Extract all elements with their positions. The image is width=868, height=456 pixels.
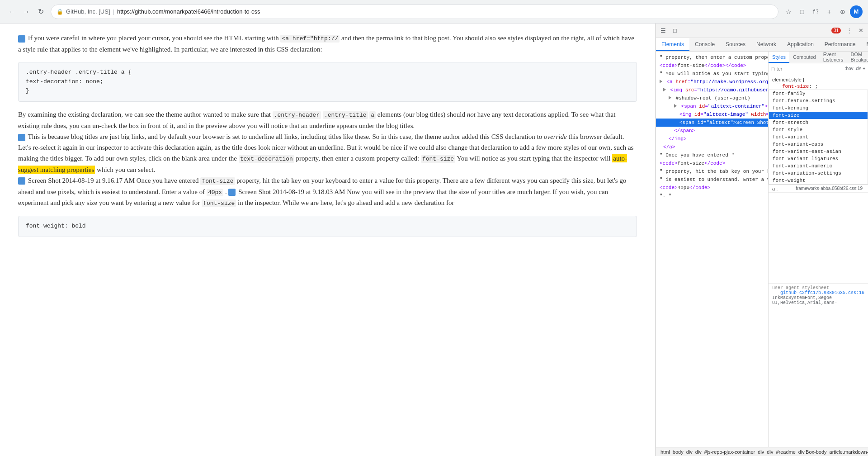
- font-size-property[interactable]: font-size : ;: [769, 83, 868, 90]
- tab-application[interactable]: Application: [782, 38, 819, 51]
- code-block-2: font-weight: bold: [18, 216, 637, 237]
- dom-line[interactable]: </span>: [656, 127, 768, 135]
- code-line-3: }: [26, 86, 629, 96]
- em-override: override: [544, 133, 567, 140]
- breadcrumb-div2[interactable]: div: [694, 449, 703, 455]
- tab-elements[interactable]: Elements: [656, 38, 689, 51]
- property-value[interactable]: [812, 84, 815, 89]
- breadcrumb-div4[interactable]: div: [766, 449, 774, 455]
- reload-button[interactable]: ↻: [34, 5, 47, 18]
- breadcrumb-pjax[interactable]: #js-repo-pjax-container: [703, 449, 756, 455]
- screenshot2-icon: [228, 189, 236, 196]
- tab-sources[interactable]: Sources: [720, 38, 751, 51]
- devtools-toggle-icon[interactable]: ☰: [658, 25, 669, 36]
- dom-line[interactable]: <code>font-size</code>: [656, 159, 768, 167]
- paragraph-3: This is because blog titles are just big…: [18, 131, 637, 175]
- autocomplete-item-font-size[interactable]: font-size: [769, 112, 868, 119]
- tab-console[interactable]: Console: [689, 38, 720, 51]
- autocomplete-item-font-stretch[interactable]: font-stretch: [769, 119, 868, 126]
- tab-memory[interactable]: Memory: [861, 38, 868, 51]
- styles-tab-dom-breakpoints[interactable]: DOM Breakpoints: [847, 52, 868, 63]
- autocomplete-list: font-family font-feature-settings font-k…: [769, 90, 868, 185]
- breadcrumb-body[interactable]: body: [672, 449, 684, 455]
- tab-network[interactable]: Network: [751, 38, 782, 51]
- property-checkbox[interactable]: [776, 84, 780, 88]
- autocomplete-dropdown: font-family font-feature-settings font-k…: [769, 90, 868, 185]
- element-style-header: element.style {: [769, 76, 868, 83]
- dom-line[interactable]: <span id="alttext-container">: [656, 102, 768, 110]
- breadcrumb-html[interactable]: html: [660, 449, 671, 455]
- highlight-autosuggest: auto-suggest matching properties: [18, 154, 627, 174]
- styles-tab-event-listeners[interactable]: Event Listeners: [820, 52, 847, 63]
- dom-line[interactable]: <img src="https://camo.githubusercontent…: [656, 86, 768, 94]
- autocomplete-item-font-variant-caps[interactable]: font-variant-caps: [769, 141, 868, 148]
- autocomplete-item-font-variant-ligatures[interactable]: font-variant-ligatures: [769, 155, 868, 162]
- devtools-panel: ☰ □ 31 ⋮ ✕ Elements Console Sources Netw…: [656, 24, 868, 456]
- dom-line[interactable]: " Once you have entered ": [656, 151, 768, 159]
- dom-line[interactable]: " property, hit the tab key on your keyb…: [656, 167, 768, 176]
- code-font-size-1: font-size: [421, 155, 455, 163]
- dom-line[interactable]: ". ": [656, 192, 768, 200]
- page-content: If you were careful in where you placed …: [0, 24, 656, 456]
- devtools-more-icon[interactable]: ⋮: [844, 25, 854, 36]
- autocomplete-item-font-variant-numeric[interactable]: font-variant-numeric: [769, 162, 868, 170]
- element-style-selector: element.style {: [772, 77, 805, 82]
- source-link[interactable]: frameworks-abba.056bf26.css:19: [796, 186, 864, 191]
- styles-filter-input[interactable]: [771, 66, 843, 71]
- url-text: https://github.com/monarkpatel6466/intro…: [117, 8, 260, 15]
- autocomplete-item-font-weight[interactable]: font-weight: [769, 177, 868, 184]
- code-text-decoration: text-decoration: [239, 155, 294, 163]
- avatar-icon[interactable]: M: [850, 5, 863, 18]
- back-button[interactable]: ←: [5, 5, 18, 18]
- breadcrumb-div3[interactable]: div: [757, 449, 765, 455]
- dom-line[interactable]: <a href="http://make.wordpress.org/train…: [656, 78, 768, 86]
- tab-performance[interactable]: Performance: [819, 38, 861, 51]
- puzzle-icon[interactable]: f?: [809, 5, 822, 18]
- autocomplete-item-font-variant-east-asian[interactable]: font-variant-east-asian: [769, 148, 868, 155]
- devtools-close-icon[interactable]: ✕: [855, 25, 866, 36]
- breadcrumb-box-body[interactable]: div.Box-body: [797, 449, 828, 455]
- bookmark-icon[interactable]: ☆: [782, 5, 795, 18]
- dom-line[interactable]: #shadow-root (user-agent): [656, 94, 768, 102]
- address-bar[interactable]: 🔒 GitHub, Inc. [US] | https://github.com…: [51, 5, 778, 19]
- autocomplete-item-font-style[interactable]: font-style: [769, 126, 868, 133]
- property-semicolon: ;: [815, 84, 818, 89]
- user-agent-selector: a :: [772, 186, 778, 191]
- dom-line[interactable]: <img id="alttext-image" width="16" heigh…: [656, 110, 768, 119]
- dom-line[interactable]: </img>: [656, 135, 768, 143]
- code-40px: 40px: [207, 189, 223, 196]
- styles-tab-computed[interactable]: Computed: [789, 52, 820, 63]
- dom-line[interactable]: " property, then enter a custom property…: [656, 53, 768, 62]
- breadcrumb-article[interactable]: article.markdown-body.entry-content.p-5: [829, 449, 868, 455]
- dom-line[interactable]: <code>font-size</code></code>: [656, 62, 768, 70]
- styles-panel: Styles Computed Event Listeners DOM Brea…: [769, 52, 868, 447]
- autocomplete-item-font-kerning[interactable]: font-kerning: [769, 104, 868, 112]
- dom-panel[interactable]: " property, then enter a custom property…: [656, 52, 769, 447]
- main-area: If you were careful in where you placed …: [0, 24, 868, 456]
- autocomplete-item-font-family[interactable]: font-family: [769, 90, 868, 97]
- autocomplete-item-font-variant[interactable]: font-variant: [769, 133, 868, 141]
- address-separator: |: [113, 8, 114, 15]
- styles-tab-styles[interactable]: Styles: [769, 52, 789, 63]
- dom-line[interactable]: </a>: [656, 143, 768, 151]
- sync-icon[interactable]: ⊕: [836, 5, 849, 18]
- dom-selected-line[interactable]: <span id="alttext">Screen Shot 2014-08-1…: [656, 119, 768, 127]
- autocomplete-item-font-variation-settings[interactable]: font-variation-settings: [769, 170, 868, 177]
- code-entry-header: .entry-header: [273, 111, 321, 119]
- cast-icon[interactable]: □: [796, 5, 808, 18]
- autocomplete-item-font-feature-settings[interactable]: font-feature-settings: [769, 97, 868, 104]
- styles-filter-options[interactable]: :hov .cls +: [845, 66, 865, 71]
- devtools-tabs: Elements Console Sources Network Applica…: [656, 38, 868, 52]
- dom-line[interactable]: " is easiest to understand. Enter a valu…: [656, 176, 768, 184]
- forward-button[interactable]: →: [20, 5, 33, 18]
- site-name: GitHub, Inc. [US]: [66, 8, 110, 15]
- dom-line[interactable]: " You will notice as you start typing th…: [656, 70, 768, 78]
- code-line-2: text-decoration: none;: [26, 77, 629, 87]
- devtools-dock-icon[interactable]: □: [670, 25, 680, 36]
- breadcrumb-div1[interactable]: div: [685, 449, 693, 455]
- breadcrumb-readme[interactable]: #readme: [775, 449, 796, 455]
- code-entry-title: .entry-title: [323, 111, 368, 119]
- styles-content: element.style { font-size : ;: [769, 74, 868, 447]
- dom-line[interactable]: <code>40px</code>: [656, 184, 768, 192]
- extension-icon[interactable]: +: [823, 5, 835, 18]
